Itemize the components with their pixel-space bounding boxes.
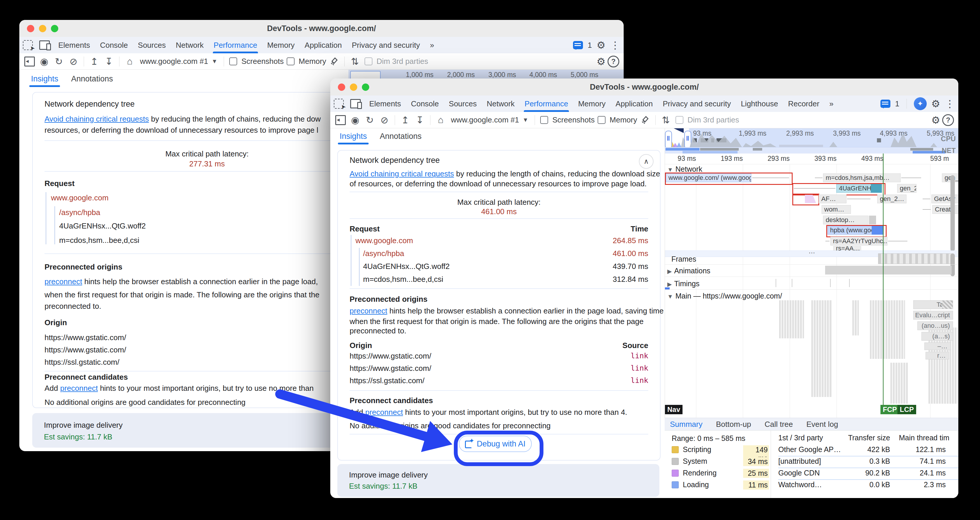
- capture-settings-gear-icon[interactable]: ⚙: [931, 114, 940, 126]
- minimap-left-handle[interactable]: ‖: [665, 131, 672, 149]
- network-request-chip[interactable]: wom…: [822, 205, 851, 214]
- gc-brush-icon[interactable]: [638, 113, 652, 127]
- more-tabs-button[interactable]: »: [425, 37, 439, 53]
- tab-summary[interactable]: Summary: [670, 420, 702, 429]
- settings-gear-icon[interactable]: ⚙: [597, 39, 606, 51]
- request-row[interactable]: 4UaGrENHsx...QtG.woff2: [363, 262, 450, 271]
- device-toolbar-icon[interactable]: [39, 40, 50, 50]
- close-window-button[interactable]: [27, 25, 34, 32]
- traffic-lights[interactable]: [27, 25, 58, 32]
- animations-track-header[interactable]: ▶Animations: [667, 266, 710, 275]
- col-party[interactable]: 1st / 3rd party: [778, 434, 823, 442]
- flame-call[interactable]: r…: [926, 352, 949, 359]
- tab-console[interactable]: Console: [95, 37, 133, 53]
- timeline-minimap[interactable]: ‖ ‖ 93 ms 1,993 ms 2,993 ms 3,993 ms 4,9…: [665, 128, 958, 153]
- preconnect-link[interactable]: preconnect: [366, 408, 403, 416]
- tab-memory[interactable]: Memory: [262, 37, 299, 53]
- issues-count[interactable]: 1: [895, 99, 899, 108]
- network-request-chip[interactable]: rs=AA2YrTvgUhc…: [830, 237, 888, 246]
- close-window-button[interactable]: [338, 83, 345, 91]
- tab-performance[interactable]: Performance: [520, 96, 573, 112]
- request-row[interactable]: www.google.com: [355, 236, 413, 245]
- flame-anonymous[interactable]: (ano…us): [917, 321, 953, 330]
- memory-checkbox[interactable]: [286, 57, 294, 65]
- zoom-window-button[interactable]: [51, 25, 58, 32]
- isolate-icon[interactable]: ⇅: [348, 55, 362, 68]
- network-request-chip[interactable]: gen_2…: [897, 184, 916, 193]
- tab-lighthouse[interactable]: Lighthouse: [736, 96, 783, 112]
- network-request-chip[interactable]: www.google.com/ (www.google.co…: [666, 174, 751, 182]
- dim-3rd-parties-checkbox[interactable]: [676, 116, 683, 124]
- timings-track-header[interactable]: ▶Timings: [667, 279, 700, 288]
- origin-row[interactable]: https://www.gstatic.com/: [350, 351, 431, 360]
- traffic-lights[interactable]: [338, 83, 369, 91]
- improve-image-delivery-card[interactable]: Improve image delivery Est savings: 11.7…: [337, 464, 659, 497]
- minimize-window-button[interactable]: [39, 25, 46, 32]
- frames-filmstrip[interactable]: [878, 254, 951, 264]
- network-scrollbar[interactable]: [950, 175, 955, 251]
- request-row[interactable]: www.google.com: [51, 193, 109, 203]
- kebab-menu-icon[interactable]: ⋮: [610, 39, 620, 51]
- tab-memory[interactable]: Memory: [573, 96, 611, 112]
- col-transfer[interactable]: Transfer size: [829, 434, 890, 442]
- titlebar[interactable]: DevTools - www.google.com/: [330, 78, 958, 96]
- tab-event-log[interactable]: Event log: [807, 420, 838, 429]
- more-tabs-button[interactable]: »: [824, 96, 838, 112]
- flame-anonymous[interactable]: (a…s): [921, 332, 953, 341]
- network-request-chip[interactable]: m=cdos,hsm,jsa,mb…: [823, 174, 900, 182]
- zoom-window-button[interactable]: [362, 83, 369, 91]
- request-row[interactable]: /async/hpba: [363, 249, 404, 258]
- request-row[interactable]: m=cdos,hsm...bee,d,csi: [59, 236, 139, 245]
- main-track-header[interactable]: ▼Main — https://www.google.com/: [667, 292, 782, 300]
- history-dropdown-arrow[interactable]: ▼: [523, 116, 528, 123]
- origin-source-link[interactable]: link: [631, 376, 648, 384]
- request-row[interactable]: 4UaGrENHsx...QtG.woff2: [59, 222, 146, 231]
- download-profile-icon[interactable]: ↧: [413, 113, 426, 127]
- origin-source-link[interactable]: link: [631, 364, 648, 372]
- tab-privacy-security[interactable]: Privacy and security: [347, 37, 425, 53]
- frames-track-header[interactable]: Frames: [671, 255, 696, 263]
- download-profile-icon[interactable]: ↧: [102, 55, 116, 68]
- origin-row[interactable]: https://www.gstatic.com/: [45, 345, 126, 354]
- network-request-chip[interactable]: desktop…: [823, 215, 869, 224]
- memory-checkbox[interactable]: [598, 116, 606, 124]
- tab-application[interactable]: Application: [611, 96, 658, 112]
- table-row[interactable]: Google CDN: [778, 469, 820, 477]
- ai-assistance-icon[interactable]: ✦: [914, 97, 927, 110]
- toggle-sidebar-icon[interactable]: [24, 57, 35, 67]
- tab-annotations[interactable]: Annotations: [380, 132, 422, 144]
- flame-evaluate-script[interactable]: Evalu…cript: [913, 311, 953, 320]
- record-icon[interactable]: ◉: [348, 113, 362, 127]
- origin-row[interactable]: https://www.gstatic.com/: [350, 364, 431, 373]
- record-icon[interactable]: ◉: [38, 55, 51, 68]
- tab-sources[interactable]: Sources: [444, 96, 482, 112]
- table-row[interactable]: Watchword…: [778, 480, 822, 489]
- network-track-header[interactable]: ▼Network: [667, 165, 702, 174]
- preconnect-link[interactable]: preconnect: [350, 306, 387, 315]
- col-main-thread[interactable]: Main thread tim: [899, 434, 949, 442]
- preconnect-link[interactable]: preconnect: [60, 384, 98, 392]
- gc-brush-icon[interactable]: [327, 55, 341, 68]
- flame-task[interactable]: Task: [913, 300, 953, 309]
- inspect-element-icon[interactable]: [334, 99, 344, 109]
- collapse-insight-button[interactable]: ∧: [639, 154, 654, 169]
- origin-source-link[interactable]: link: [631, 351, 648, 360]
- help-icon[interactable]: ?: [941, 113, 955, 127]
- tab-network[interactable]: Network: [482, 96, 519, 112]
- upload-profile-icon[interactable]: ↥: [398, 113, 412, 127]
- home-icon[interactable]: ⌂: [123, 55, 137, 68]
- network-request-chip[interactable]: gen_2…: [942, 174, 958, 182]
- clear-icon[interactable]: ⊘: [378, 113, 391, 127]
- history-select[interactable]: www.google.com #1: [140, 57, 208, 66]
- titlebar[interactable]: DevTools - www.google.com/: [19, 20, 624, 37]
- tab-elements[interactable]: Elements: [53, 37, 95, 53]
- animations-bar[interactable]: [825, 266, 951, 274]
- origin-row[interactable]: https://www.gstatic.com/: [45, 333, 126, 342]
- request-row[interactable]: /async/hpba: [59, 208, 100, 217]
- help-icon[interactable]: ?: [607, 55, 620, 68]
- avoid-chaining-link[interactable]: Avoid chaining critical requests: [45, 115, 149, 123]
- reload-and-record-icon[interactable]: ↻: [363, 113, 377, 127]
- issues-count[interactable]: 1: [588, 41, 592, 50]
- origin-row[interactable]: https://ssl.gstatic.com/: [45, 358, 119, 367]
- tab-bottom-up[interactable]: Bottom-up: [716, 420, 751, 429]
